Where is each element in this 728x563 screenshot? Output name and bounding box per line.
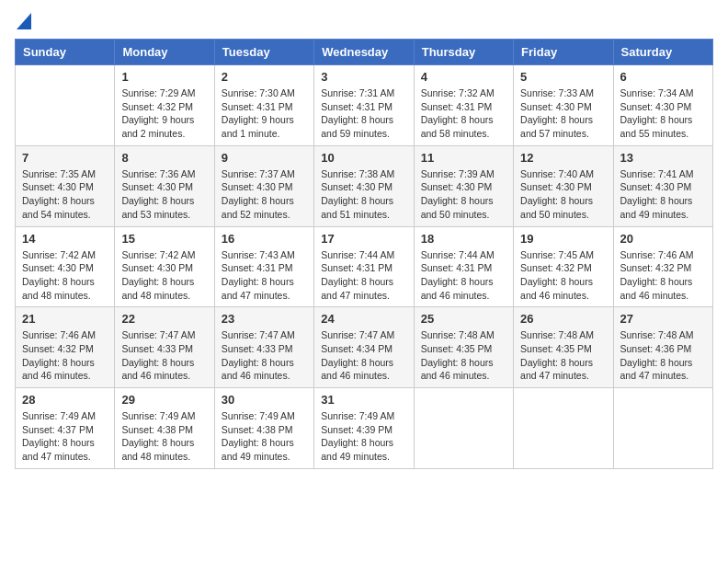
day-info: Sunrise: 7:44 AM Sunset: 4:31 PM Dayligh…: [321, 248, 406, 303]
calendar-week-5: 28Sunrise: 7:49 AM Sunset: 4:37 PM Dayli…: [16, 388, 713, 469]
day-info: Sunrise: 7:43 AM Sunset: 4:31 PM Dayligh…: [222, 248, 307, 303]
day-number: 31: [321, 393, 406, 407]
day-number: 29: [121, 393, 207, 407]
day-info: Sunrise: 7:48 AM Sunset: 4:35 PM Dayligh…: [421, 328, 506, 383]
day-number: 18: [421, 232, 506, 246]
day-info: Sunrise: 7:42 AM Sunset: 4:30 PM Dayligh…: [22, 248, 108, 303]
day-number: 1: [121, 70, 207, 84]
calendar-cell: 15Sunrise: 7:42 AM Sunset: 4:30 PM Dayli…: [115, 226, 214, 307]
day-info: Sunrise: 7:37 AM Sunset: 4:30 PM Dayligh…: [222, 167, 307, 222]
weekday-header-wednesday: Wednesday: [314, 40, 414, 65]
calendar-cell: 2Sunrise: 7:30 AM Sunset: 4:31 PM Daylig…: [214, 65, 313, 146]
calendar-cell: 5Sunrise: 7:33 AM Sunset: 4:30 PM Daylig…: [514, 65, 613, 146]
day-number: 6: [620, 70, 706, 84]
day-number: 11: [421, 151, 506, 165]
day-number: 27: [620, 312, 706, 326]
day-number: 25: [421, 312, 506, 326]
calendar-cell: 8Sunrise: 7:36 AM Sunset: 4:30 PM Daylig…: [115, 145, 214, 226]
day-info: Sunrise: 7:47 AM Sunset: 4:34 PM Dayligh…: [321, 328, 406, 383]
day-number: 13: [620, 151, 706, 165]
day-info: Sunrise: 7:42 AM Sunset: 4:30 PM Dayligh…: [121, 248, 207, 303]
day-number: 21: [22, 312, 108, 326]
day-info: Sunrise: 7:45 AM Sunset: 4:32 PM Dayligh…: [520, 248, 606, 303]
day-number: 15: [121, 232, 207, 246]
day-number: 17: [321, 232, 406, 246]
calendar-header-row: SundayMondayTuesdayWednesdayThursdayFrid…: [16, 40, 713, 65]
calendar-cell: 12Sunrise: 7:40 AM Sunset: 4:30 PM Dayli…: [514, 145, 613, 226]
day-number: 10: [321, 151, 406, 165]
calendar-cell: 11Sunrise: 7:39 AM Sunset: 4:30 PM Dayli…: [414, 145, 513, 226]
weekday-header-friday: Friday: [514, 40, 613, 65]
calendar-cell: [514, 388, 613, 469]
day-number: 3: [321, 70, 406, 84]
day-info: Sunrise: 7:30 AM Sunset: 4:31 PM Dayligh…: [222, 86, 307, 141]
calendar-cell: 22Sunrise: 7:47 AM Sunset: 4:33 PM Dayli…: [115, 307, 214, 388]
day-number: 20: [620, 232, 706, 246]
day-info: Sunrise: 7:39 AM Sunset: 4:30 PM Dayligh…: [421, 167, 506, 222]
calendar-cell: 14Sunrise: 7:42 AM Sunset: 4:30 PM Dayli…: [16, 226, 115, 307]
day-number: 12: [520, 151, 606, 165]
logo-triangle-icon: [17, 13, 31, 29]
day-info: Sunrise: 7:40 AM Sunset: 4:30 PM Dayligh…: [520, 167, 606, 222]
day-number: 5: [520, 70, 606, 84]
calendar-cell: 10Sunrise: 7:38 AM Sunset: 4:30 PM Dayli…: [314, 145, 414, 226]
day-number: 9: [222, 151, 307, 165]
day-number: 19: [520, 232, 606, 246]
calendar-cell: 28Sunrise: 7:49 AM Sunset: 4:37 PM Dayli…: [16, 388, 115, 469]
calendar-cell: 17Sunrise: 7:44 AM Sunset: 4:31 PM Dayli…: [314, 226, 414, 307]
day-info: Sunrise: 7:36 AM Sunset: 4:30 PM Dayligh…: [121, 167, 207, 222]
weekday-header-thursday: Thursday: [414, 40, 513, 65]
day-number: 7: [22, 151, 108, 165]
day-info: Sunrise: 7:32 AM Sunset: 4:31 PM Dayligh…: [421, 86, 506, 141]
svg-marker-0: [17, 13, 31, 29]
calendar-cell: [613, 388, 712, 469]
weekday-header-sunday: Sunday: [16, 40, 115, 65]
day-number: 8: [121, 151, 207, 165]
day-info: Sunrise: 7:34 AM Sunset: 4:30 PM Dayligh…: [620, 86, 706, 141]
calendar-cell: 23Sunrise: 7:47 AM Sunset: 4:33 PM Dayli…: [214, 307, 313, 388]
day-number: 24: [321, 312, 406, 326]
calendar-cell: 20Sunrise: 7:46 AM Sunset: 4:32 PM Dayli…: [613, 226, 712, 307]
logo: [15, 15, 31, 29]
calendar-week-2: 7Sunrise: 7:35 AM Sunset: 4:30 PM Daylig…: [16, 145, 713, 226]
calendar-cell: 7Sunrise: 7:35 AM Sunset: 4:30 PM Daylig…: [16, 145, 115, 226]
day-number: 2: [222, 70, 307, 84]
calendar-cell: 18Sunrise: 7:44 AM Sunset: 4:31 PM Dayli…: [414, 226, 513, 307]
day-number: 22: [121, 312, 207, 326]
day-number: 14: [22, 232, 108, 246]
day-number: 23: [222, 312, 307, 326]
day-info: Sunrise: 7:31 AM Sunset: 4:31 PM Dayligh…: [321, 86, 406, 141]
day-info: Sunrise: 7:33 AM Sunset: 4:30 PM Dayligh…: [520, 86, 606, 141]
weekday-header-saturday: Saturday: [613, 40, 712, 65]
calendar-cell: 6Sunrise: 7:34 AM Sunset: 4:30 PM Daylig…: [613, 65, 712, 146]
calendar-week-4: 21Sunrise: 7:46 AM Sunset: 4:32 PM Dayli…: [16, 307, 713, 388]
calendar-cell: 1Sunrise: 7:29 AM Sunset: 4:32 PM Daylig…: [115, 65, 214, 146]
day-info: Sunrise: 7:48 AM Sunset: 4:35 PM Dayligh…: [520, 328, 606, 383]
day-info: Sunrise: 7:49 AM Sunset: 4:38 PM Dayligh…: [121, 409, 207, 464]
weekday-header-monday: Monday: [115, 40, 214, 65]
day-number: 30: [222, 393, 307, 407]
calendar-cell: 24Sunrise: 7:47 AM Sunset: 4:34 PM Dayli…: [314, 307, 414, 388]
day-info: Sunrise: 7:47 AM Sunset: 4:33 PM Dayligh…: [222, 328, 307, 383]
day-number: 16: [222, 232, 307, 246]
day-info: Sunrise: 7:49 AM Sunset: 4:39 PM Dayligh…: [321, 409, 406, 464]
day-info: Sunrise: 7:49 AM Sunset: 4:37 PM Dayligh…: [22, 409, 108, 464]
calendar-cell: 29Sunrise: 7:49 AM Sunset: 4:38 PM Dayli…: [115, 388, 214, 469]
calendar-cell: [16, 65, 115, 146]
calendar-cell: 21Sunrise: 7:46 AM Sunset: 4:32 PM Dayli…: [16, 307, 115, 388]
calendar-cell: 16Sunrise: 7:43 AM Sunset: 4:31 PM Dayli…: [214, 226, 313, 307]
day-info: Sunrise: 7:48 AM Sunset: 4:36 PM Dayligh…: [620, 328, 706, 383]
day-info: Sunrise: 7:49 AM Sunset: 4:38 PM Dayligh…: [222, 409, 307, 464]
calendar-cell: 19Sunrise: 7:45 AM Sunset: 4:32 PM Dayli…: [514, 226, 613, 307]
calendar-cell: 27Sunrise: 7:48 AM Sunset: 4:36 PM Dayli…: [613, 307, 712, 388]
calendar-week-1: 1Sunrise: 7:29 AM Sunset: 4:32 PM Daylig…: [16, 65, 713, 146]
day-number: 26: [520, 312, 606, 326]
day-info: Sunrise: 7:41 AM Sunset: 4:30 PM Dayligh…: [620, 167, 706, 222]
day-info: Sunrise: 7:46 AM Sunset: 4:32 PM Dayligh…: [22, 328, 108, 383]
calendar-cell: 26Sunrise: 7:48 AM Sunset: 4:35 PM Dayli…: [514, 307, 613, 388]
day-info: Sunrise: 7:38 AM Sunset: 4:30 PM Dayligh…: [321, 167, 406, 222]
calendar-cell: 31Sunrise: 7:49 AM Sunset: 4:39 PM Dayli…: [314, 388, 414, 469]
day-info: Sunrise: 7:47 AM Sunset: 4:33 PM Dayligh…: [121, 328, 207, 383]
day-info: Sunrise: 7:29 AM Sunset: 4:32 PM Dayligh…: [121, 86, 207, 141]
day-number: 28: [22, 393, 108, 407]
